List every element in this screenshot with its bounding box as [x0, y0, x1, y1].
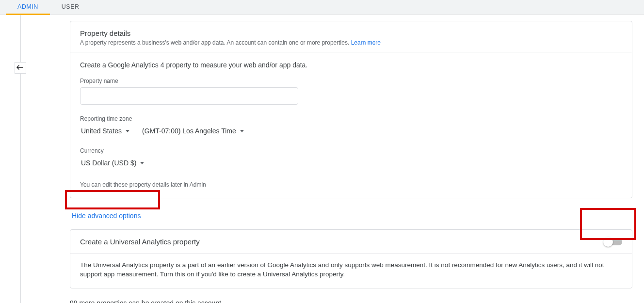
more-properties-note: 99 more properties can be created on thi… [70, 299, 632, 303]
property-details-lead: Create a Google Analytics 4 property to … [80, 61, 622, 69]
currency-label: Currency [80, 147, 622, 154]
timezone-select-value: (GMT-07:00) Los Angeles Time [142, 127, 236, 135]
country-select-value: United States [81, 127, 122, 135]
timezone-select[interactable]: (GMT-07:00) Los Angeles Time [141, 125, 245, 137]
hide-advanced-options-link[interactable]: Hide advanced options [70, 209, 143, 223]
ua-card-description: The Universal Analytics property is a pa… [70, 254, 632, 288]
caret-down-icon [126, 130, 129, 132]
currency-select-value: US Dollar (USD $) [81, 159, 136, 167]
property-details-title: Property details [80, 29, 622, 37]
tab-admin[interactable]: ADMIN [6, 0, 50, 15]
property-details-header: Property details A property represents a… [70, 21, 632, 52]
currency-select[interactable]: US Dollar (USD $) [80, 157, 145, 169]
stepper-rule [20, 15, 21, 303]
edit-later-hint: You can edit these property details late… [80, 181, 622, 188]
ua-card: Create a Universal Analytics property Th… [70, 229, 632, 288]
advanced-options-row: Hide advanced options [70, 209, 632, 223]
ua-toggle[interactable] [605, 239, 622, 245]
caret-down-icon [140, 162, 144, 164]
top-tabs: ADMIN USER [0, 0, 644, 15]
tab-user[interactable]: USER [50, 0, 91, 15]
toggle-knob-icon [603, 237, 613, 247]
property-name-input[interactable] [80, 87, 298, 105]
property-details-subtitle-text: A property represents a business's web a… [80, 39, 349, 46]
reporting-timezone-label: Reporting time zone [80, 115, 622, 122]
caret-down-icon [240, 130, 244, 132]
learn-more-link[interactable]: Learn more [351, 39, 381, 46]
country-select[interactable]: United States [80, 125, 130, 137]
ua-card-title: Create a Universal Analytics property [80, 238, 200, 246]
content-area: Property details A property represents a… [0, 15, 644, 303]
property-details-card: Property details A property represents a… [70, 21, 632, 198]
property-details-body: Create a Google Analytics 4 property to … [70, 52, 632, 198]
main-column: Property details A property represents a… [70, 21, 632, 303]
back-arrow-icon [16, 64, 24, 72]
property-details-subtitle: A property represents a business's web a… [80, 39, 622, 46]
back-button[interactable] [15, 62, 26, 74]
property-name-label: Property name [80, 78, 622, 84]
ua-card-header: Create a Universal Analytics property [70, 230, 632, 254]
